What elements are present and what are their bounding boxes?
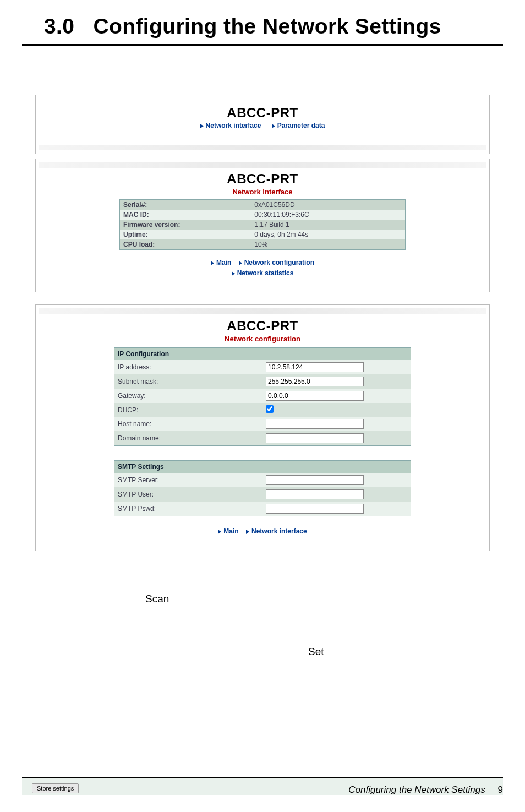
nav-network-interface[interactable]: Network interface [200,122,261,129]
panel2-subnav: Main Network configuration Network stati… [36,258,489,279]
table-row: SMTP Server: [114,473,411,487]
triangle-icon [232,271,235,276]
label-smtp-user: SMTP User: [114,487,263,502]
network-interface-panel: ABCC-PRT Network interface Serial#: 0xA0… [35,159,490,292]
table-row: Gateway: [114,389,411,403]
gateway-input[interactable] [266,391,364,401]
triangle-icon [272,124,275,128]
table-row: Firmware version: 1.17 Build 1 [120,220,406,230]
label-smtp-pswd: SMTP Pswd: [114,502,263,516]
label-gateway: Gateway: [114,389,263,403]
page-footer: Configuring the Network Settings 9 [22,781,503,795]
smtp-pswd-input[interactable] [266,504,364,514]
label-ip-address: IP address: [114,360,263,374]
section-number: 3.0 [44,14,74,38]
table-row: DHCP: [114,403,411,417]
dhcp-checkbox[interactable] [266,405,274,413]
table-header: SMTP Settings [114,461,411,473]
brand-title: ABCC-PRT [36,105,489,121]
divider-bar [39,145,486,150]
footer-title: Configuring the Network Settings [348,784,485,795]
divider-bar [39,308,486,314]
table-row: Domain name: [114,431,411,445]
label-uptime: Uptime: [120,230,251,239]
triangle-icon [200,124,204,128]
smtp-user-input[interactable] [266,489,364,499]
network-interface-table: Serial#: 0xA01C56DD MAC ID: 00:30:11:09:… [119,199,406,250]
value-serial: 0xA01C56DD [251,200,405,210]
table-row: SMTP User: [114,487,411,502]
smtp-settings-table: SMTP Settings SMTP Server: SMTP User: SM… [114,460,411,516]
label-mac: MAC ID: [120,210,251,220]
page-heading: 3.0Configuring the Network Settings [22,0,503,46]
triangle-icon [246,530,249,534]
ip-configuration-table: IP Configuration IP address: Subnet mask… [114,347,411,446]
label-firmware: Firmware version: [120,220,251,230]
footer-page-number: 9 [498,784,503,795]
header-panel: ABCC-PRT Network interface Parameter dat… [35,95,490,154]
nav-network-configuration[interactable]: Network configuration [239,259,314,266]
value-cpu: 10% [251,239,405,250]
label-host-name: Host name: [114,417,263,431]
triangle-icon [239,261,242,265]
smtp-server-input[interactable] [266,475,364,485]
table-row: SMTP Pswd: [114,502,411,516]
brand-title: ABCC-PRT [36,318,489,334]
value-firmware: 1.17 Build 1 [251,220,405,230]
label-smtp-server: SMTP Server: [114,473,263,487]
word-scan: Scan [145,593,169,605]
brand-title: ABCC-PRT [36,171,489,187]
table-row: Uptime: 0 days, 0h 2m 44s [120,230,406,239]
top-nav: Network interface Parameter data [36,122,489,129]
nav-network-statistics[interactable]: Network statistics [232,269,294,277]
table-row: Serial#: 0xA01C56DD [120,200,406,210]
nav-parameter-data[interactable]: Parameter data [272,122,325,129]
table-row: IP address: [114,360,411,374]
label-subnet: Subnet mask: [114,374,263,389]
host-name-input[interactable] [266,419,364,429]
triangle-icon [218,530,221,534]
label-dhcp: DHCP: [114,403,263,417]
label-cpu: CPU load: [120,239,251,250]
smtp-header: SMTP Settings [114,461,411,473]
nav-main[interactable]: Main [211,259,231,266]
value-uptime: 0 days, 0h 2m 44s [251,230,405,239]
label-serial: Serial#: [120,200,251,210]
table-row: Host name: [114,417,411,431]
section-title: Configuring the Network Settings [93,14,441,38]
table-row: CPU load: 10% [120,239,406,250]
table-row: MAC ID: 00:30:11:09:F3:6C [120,210,406,220]
word-set: Set [308,646,324,658]
body-words: Scan Set [22,593,503,670]
value-mac: 00:30:11:09:F3:6C [251,210,405,220]
table-header: IP Configuration [114,348,411,361]
network-configuration-panel: ABCC-PRT Network configuration IP Config… [35,304,490,551]
ip-config-header: IP Configuration [114,348,411,361]
panel-subhead: Network interface [36,188,489,196]
ip-address-input[interactable] [266,362,364,372]
triangle-icon [211,261,214,265]
table-row: Subnet mask: [114,374,411,389]
panel3-subnav: Main Network interface [36,526,489,537]
nav-network-interface[interactable]: Network interface [246,527,307,535]
nav-main[interactable]: Main [218,527,238,535]
subnet-mask-input[interactable] [266,377,364,386]
panel-subhead: Network configuration [36,335,489,343]
label-domain-name: Domain name: [114,431,263,445]
domain-name-input[interactable] [266,433,364,443]
divider-bar [39,162,486,168]
